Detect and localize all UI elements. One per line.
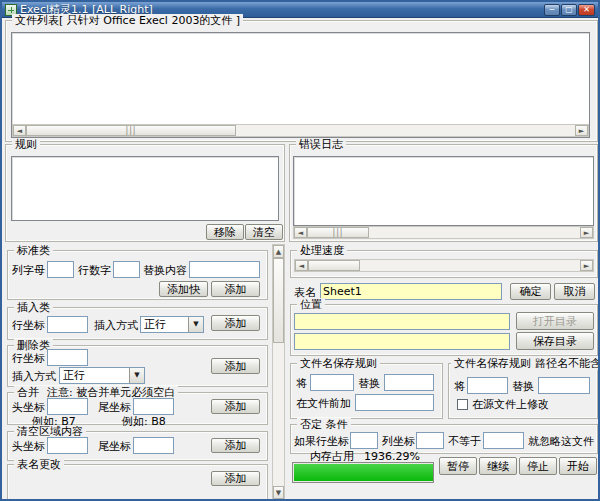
modify-source-checkbox[interactable] bbox=[457, 399, 468, 410]
chevron-down-icon[interactable]: ▼ bbox=[129, 368, 144, 383]
close-icon[interactable]: ✕ bbox=[578, 4, 595, 16]
merge-label: 合并 bbox=[17, 386, 39, 399]
file-list-box[interactable] bbox=[11, 32, 590, 138]
delete-mode-label: 插入方式 bbox=[12, 370, 56, 383]
continue-button[interactable]: 继续 bbox=[479, 457, 517, 475]
delete-mode-select[interactable]: 正行 ▼ bbox=[59, 367, 145, 384]
path-rule-legend: 文件名保存规则路径名不能含有 bbox=[451, 357, 600, 370]
scrollbar-thumb[interactable] bbox=[273, 258, 284, 343]
clear-area-head-input[interactable] bbox=[47, 437, 88, 454]
scroll-right-icon[interactable]: ► bbox=[580, 260, 593, 271]
rules-label: 规则 bbox=[12, 138, 40, 151]
stop-button[interactable]: 停止 bbox=[519, 457, 557, 475]
slider-thumb[interactable] bbox=[308, 260, 360, 271]
left-panel-vscrollbar[interactable]: ▲ ▼ bbox=[272, 244, 285, 500]
sheet-rename-add-button[interactable]: 添加 bbox=[211, 471, 260, 486]
merge-tail-example: 例如: B8 bbox=[122, 415, 166, 428]
delete-add-button[interactable]: 添加 bbox=[211, 358, 260, 374]
save-dir-button[interactable]: 保存目录 bbox=[516, 332, 594, 350]
col-coord-input[interactable] bbox=[416, 432, 444, 449]
path-rule-note: 路径名不能含有 bbox=[535, 357, 600, 370]
scroll-left-icon[interactable]: ◄ bbox=[295, 260, 308, 271]
rules-remove-button[interactable]: 移除 bbox=[206, 224, 244, 240]
insert-label: 插入类 bbox=[14, 301, 53, 314]
save-path-input[interactable] bbox=[294, 333, 510, 350]
thumb-grip-icon: ||| bbox=[125, 126, 136, 135]
scroll-left-icon[interactable]: ◄ bbox=[294, 227, 307, 238]
merge-tail-input[interactable] bbox=[133, 398, 174, 415]
clear-area-tail-label: 尾坐标 bbox=[98, 440, 131, 453]
scroll-right-icon[interactable]: ► bbox=[580, 227, 593, 238]
insert-mode-select[interactable]: 正行 ▼ bbox=[140, 316, 204, 333]
standard-add-button[interactable]: 添加 bbox=[211, 281, 260, 297]
progress-fill bbox=[294, 464, 433, 481]
scroll-left-icon[interactable]: ◄ bbox=[13, 125, 26, 136]
col-coord-label: 列坐标 bbox=[382, 435, 415, 448]
not-equal-input[interactable] bbox=[483, 432, 524, 449]
rules-list-box[interactable] bbox=[11, 156, 279, 221]
ignore-file-label: 就忽略这文件 bbox=[528, 435, 594, 448]
pause-button[interactable]: 暂停 bbox=[439, 457, 477, 475]
ok-button[interactable]: 确定 bbox=[510, 283, 551, 300]
error-log-box[interactable] bbox=[293, 156, 594, 226]
merge-add-button[interactable]: 添加 bbox=[211, 399, 260, 414]
maximize-icon[interactable]: ▢ bbox=[561, 4, 577, 16]
path-rule-label: 文件名保存规则 bbox=[454, 357, 531, 370]
open-dir-button[interactable]: 打开目录 bbox=[516, 312, 594, 330]
delete-mode-value: 正行 bbox=[63, 369, 85, 383]
memory-progress-bar bbox=[292, 462, 434, 483]
scroll-up-icon[interactable]: ▲ bbox=[273, 245, 284, 258]
chevron-down-icon[interactable]: ▼ bbox=[188, 317, 203, 332]
rules-clear-button[interactable]: 清空 bbox=[245, 224, 283, 240]
path-from-input[interactable] bbox=[467, 377, 508, 394]
merge-head-input[interactable] bbox=[47, 398, 88, 415]
scroll-right-icon[interactable]: ► bbox=[575, 125, 588, 136]
insert-mode-value: 正行 bbox=[144, 318, 166, 332]
speed-label: 处理速度 bbox=[297, 244, 347, 257]
speed-slider[interactable]: ◄ ► bbox=[294, 259, 594, 272]
clear-area-add-button[interactable]: 添加 bbox=[211, 438, 260, 453]
col-letter-label: 列字母 bbox=[12, 264, 45, 277]
modify-source-label: 在源文件上修改 bbox=[472, 398, 549, 411]
merge-head-label: 头坐标 bbox=[12, 401, 45, 414]
merge-tail-label: 尾坐标 bbox=[98, 401, 131, 414]
insert-add-button[interactable]: 添加 bbox=[211, 315, 260, 331]
path-replace-label: 替换 bbox=[512, 380, 534, 393]
if-row-coord-input[interactable] bbox=[350, 432, 378, 449]
standard-add-quick-button[interactable]: 添加快 bbox=[159, 281, 208, 297]
filename-prefix-label: 在文件前加 bbox=[296, 397, 351, 410]
delete-row-coord-input[interactable] bbox=[47, 349, 88, 366]
clear-area-tail-input[interactable] bbox=[133, 437, 174, 454]
replace-content-label: 替换内容 bbox=[143, 264, 187, 277]
clear-area-head-label: 头坐标 bbox=[12, 440, 45, 453]
insert-row-coord-label: 行坐标 bbox=[12, 319, 45, 332]
row-number-label: 行数字 bbox=[78, 264, 111, 277]
error-log-hscrollbar[interactable]: ◄ ||| ► bbox=[293, 226, 594, 239]
scroll-down-icon[interactable]: ▼ bbox=[273, 486, 284, 499]
error-log-label: 错误日志 bbox=[296, 138, 346, 151]
col-letter-input[interactable] bbox=[47, 261, 74, 278]
insert-mode-label: 插入方式 bbox=[94, 319, 138, 332]
sheet-name-input[interactable] bbox=[320, 283, 502, 300]
filename-from-label: 将 bbox=[296, 377, 307, 390]
thumb-grip-icon: ||| bbox=[332, 228, 343, 237]
cancel-button[interactable]: 取消 bbox=[554, 283, 595, 300]
sheet-rename-label: 表名更改 bbox=[14, 458, 64, 471]
filename-replace-input[interactable] bbox=[384, 374, 434, 391]
filename-prefix-input[interactable] bbox=[355, 394, 434, 411]
location-label: 位置 bbox=[297, 298, 325, 311]
file-list-hscrollbar[interactable]: ◄ ||| ► bbox=[12, 124, 589, 137]
insert-row-coord-input[interactable] bbox=[47, 316, 88, 333]
scrollbar-thumb[interactable]: ||| bbox=[307, 227, 369, 238]
scrollbar-thumb[interactable]: ||| bbox=[26, 125, 236, 136]
row-number-input[interactable] bbox=[113, 261, 140, 278]
filename-from-input[interactable] bbox=[310, 374, 354, 391]
minimize-icon[interactable]: ─ bbox=[544, 4, 560, 16]
start-button[interactable]: 开始 bbox=[559, 457, 597, 475]
filename-replace-label: 替换 bbox=[358, 377, 380, 390]
open-path-input[interactable] bbox=[294, 313, 510, 330]
path-replace-input[interactable] bbox=[538, 377, 590, 394]
negative-condition-label: 否定 条件 bbox=[297, 418, 351, 431]
delete-row-coord-label: 行坐标 bbox=[12, 352, 45, 365]
replace-content-input[interactable] bbox=[189, 261, 260, 278]
